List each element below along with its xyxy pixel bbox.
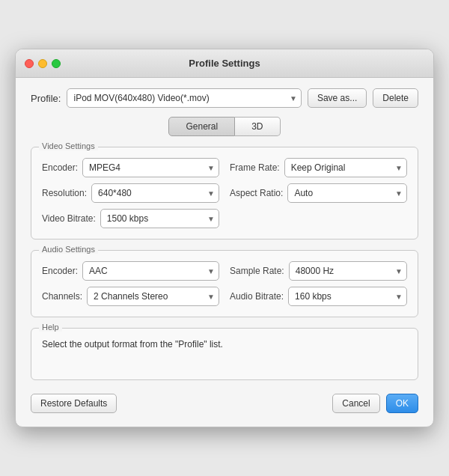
aspect-ratio-select[interactable]: Auto 16:9 4:3 1:1: [287, 183, 407, 203]
audio-bitrate-row: Audio Bitrate: 160 kbps 128 kbps 192 kbp…: [230, 287, 407, 306]
title-bar: Profile Settings: [16, 49, 433, 78]
encoder-row: Encoder: MPEG4 H.264 HEVC ▼: [42, 158, 219, 177]
sample-rate-select[interactable]: 48000 Hz 44100 Hz 22050 Hz: [289, 261, 407, 281]
sample-rate-select-wrap: 48000 Hz 44100 Hz 22050 Hz ▼: [289, 261, 407, 281]
tabs-row: General 3D: [31, 117, 418, 136]
audio-bitrate-select[interactable]: 160 kbps 128 kbps 192 kbps 256 kbps 320 …: [288, 287, 407, 306]
frame-rate-row: Frame Rate: Keep Original 23.976 25 29.9…: [230, 158, 407, 177]
audio-encoder-select-wrap: AAC MP3 PCM ▼: [82, 261, 219, 281]
channels-label: Channels:: [42, 291, 82, 302]
window-title: Profile Settings: [189, 58, 260, 69]
video-bitrate-select[interactable]: 1500 kbps 2000 kbps 3000 kbps 4000 kbps: [100, 209, 219, 228]
tab-general[interactable]: General: [168, 117, 235, 136]
resolution-label: Resolution:: [42, 188, 87, 198]
resolution-select[interactable]: 640*480 1280*720 1920*1080: [91, 183, 219, 203]
audio-encoder-row: Encoder: AAC MP3 PCM ▼: [42, 261, 219, 281]
tab-3d[interactable]: 3D: [235, 117, 280, 136]
close-button[interactable]: [25, 59, 34, 68]
help-text: Select the output format from the "Profi…: [42, 339, 407, 350]
profile-select-wrapper: iPod MOV(640x480) Video(*.mov) ▼: [67, 88, 301, 108]
delete-button[interactable]: Delete: [373, 88, 418, 108]
encoder-select[interactable]: MPEG4 H.264 HEVC: [82, 158, 219, 177]
ok-button[interactable]: OK: [386, 394, 418, 413]
help-title: Help: [39, 323, 62, 332]
frame-rate-select-wrap: Keep Original 23.976 25 29.97 30 60 ▼: [284, 158, 407, 177]
minimize-button[interactable]: [38, 59, 47, 68]
save-as-button[interactable]: Save as...: [308, 88, 367, 108]
audio-settings-grid: Encoder: AAC MP3 PCM ▼ Sample Rate:: [42, 261, 407, 306]
audio-encoder-select[interactable]: AAC MP3 PCM: [82, 261, 219, 281]
aspect-ratio-row: Aspect Ratio: Auto 16:9 4:3 1:1 ▼: [230, 183, 407, 203]
audio-settings-title: Audio Settings: [39, 245, 98, 254]
channels-select[interactable]: 2 Channels Stereo 1 Channel Mono: [87, 287, 219, 306]
profile-settings-window: Profile Settings Profile: iPod MOV(640x4…: [15, 49, 434, 427]
window-content: Profile: iPod MOV(640x480) Video(*.mov) …: [16, 78, 433, 427]
sample-rate-label: Sample Rate:: [230, 266, 284, 276]
video-bitrate-select-wrap: 1500 kbps 2000 kbps 3000 kbps 4000 kbps …: [100, 209, 219, 228]
sample-rate-row: Sample Rate: 48000 Hz 44100 Hz 22050 Hz …: [230, 261, 407, 281]
aspect-ratio-select-wrap: Auto 16:9 4:3 1:1 ▼: [287, 183, 407, 203]
resolution-row: Resolution: 640*480 1280*720 1920*1080 ▼: [42, 183, 219, 203]
video-settings-grid: Encoder: MPEG4 H.264 HEVC ▼ Frame Rate:: [42, 158, 407, 228]
bottom-right-buttons: Cancel OK: [332, 394, 418, 413]
channels-select-wrap: 2 Channels Stereo 1 Channel Mono ▼: [87, 287, 219, 306]
encoder-select-wrap: MPEG4 H.264 HEVC ▼: [82, 158, 219, 177]
video-settings-section: Video Settings Encoder: MPEG4 H.264 HEVC…: [31, 147, 418, 239]
maximize-button[interactable]: [52, 59, 61, 68]
audio-settings-section: Audio Settings Encoder: AAC MP3 PCM ▼: [31, 250, 418, 317]
help-section: Help Select the output format from the "…: [31, 328, 418, 380]
frame-rate-select[interactable]: Keep Original 23.976 25 29.97 30 60: [284, 158, 407, 177]
audio-bitrate-select-wrap: 160 kbps 128 kbps 192 kbps 256 kbps 320 …: [288, 287, 407, 306]
profile-label: Profile:: [31, 93, 61, 104]
audio-encoder-label: Encoder:: [42, 266, 78, 276]
cancel-button[interactable]: Cancel: [332, 394, 379, 413]
audio-bitrate-label: Audio Bitrate:: [230, 291, 284, 302]
restore-defaults-button[interactable]: Restore Defaults: [31, 394, 117, 413]
frame-rate-label: Frame Rate:: [230, 162, 280, 173]
profile-row: Profile: iPod MOV(640x480) Video(*.mov) …: [31, 88, 418, 108]
video-bitrate-label: Video Bitrate:: [42, 213, 96, 224]
profile-select[interactable]: iPod MOV(640x480) Video(*.mov): [67, 88, 301, 108]
bottom-bar: Restore Defaults Cancel OK: [31, 391, 418, 415]
video-bitrate-row: Video Bitrate: 1500 kbps 2000 kbps 3000 …: [42, 209, 219, 228]
channels-row: Channels: 2 Channels Stereo 1 Channel Mo…: [42, 287, 219, 306]
traffic-lights: [25, 59, 61, 68]
video-settings-title: Video Settings: [39, 141, 98, 150]
encoder-label: Encoder:: [42, 162, 78, 173]
aspect-ratio-label: Aspect Ratio:: [230, 188, 283, 198]
resolution-select-wrap: 640*480 1280*720 1920*1080 ▼: [91, 183, 219, 203]
